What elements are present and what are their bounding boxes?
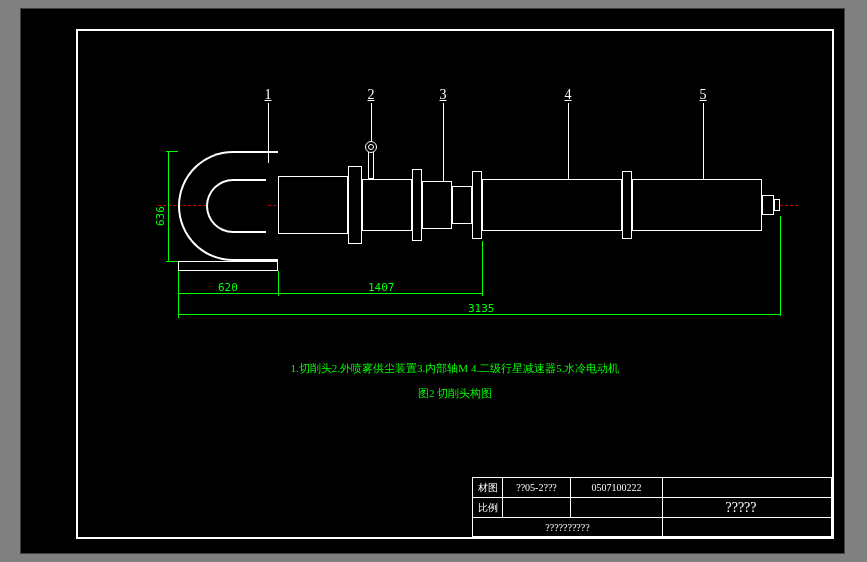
flange-1 [348, 166, 362, 244]
title-block: 材图 ??05-2??? 0507100222 比例 ?????????? ??… [472, 477, 832, 537]
dim-dia-text: 636 [154, 206, 167, 226]
dim-620-text: 620 [218, 281, 238, 294]
figure-title: 图2 切削头构图 [78, 386, 832, 401]
dim-dia-line [168, 151, 169, 261]
flange-4 [622, 171, 632, 239]
shaft-seg-b [362, 179, 412, 231]
leader-line-1 [268, 103, 269, 163]
dim-3135-text: 3135 [468, 302, 495, 315]
tb-drawing-number: 0507100222 [571, 478, 663, 497]
leader-num-2: 2 [361, 87, 381, 103]
shaft-seg-c [422, 181, 452, 229]
dim-1407-ext-r [482, 241, 483, 296]
flange-2 [412, 169, 422, 241]
cad-window: 1 2 3 4 5 636 620 1407 [20, 8, 845, 554]
sprayer-nozzle-inner [368, 144, 374, 150]
leader-num-5: 5 [693, 87, 713, 103]
drawing-border: 1 2 3 4 5 636 620 1407 [76, 29, 834, 539]
leader-num-4: 4 [558, 87, 578, 103]
motor-end-tip [774, 199, 780, 211]
shaft-seg-a [278, 176, 348, 234]
dim-dia-bot-tick [166, 261, 178, 262]
motor-end-small [762, 195, 774, 215]
canvas[interactable]: 1 2 3 4 5 636 620 1407 [78, 31, 832, 537]
tb-bottom-text: ?????????? [473, 518, 663, 537]
tb-label-material: 材图 [473, 478, 503, 497]
tb-val-scale [503, 498, 571, 517]
sprayer-stem [368, 151, 374, 179]
motor-body [632, 179, 762, 231]
leader-num-1: 1 [258, 87, 278, 103]
leader-num-3: 3 [433, 87, 453, 103]
tb-val-material: ??05-2??? [503, 478, 571, 497]
leader-line-3 [443, 103, 444, 181]
cutting-head-base [178, 261, 278, 271]
flange-3 [472, 171, 482, 239]
drawing-title: ????? [671, 488, 811, 528]
dim-3135-ext-r [780, 216, 781, 316]
parts-list-caption: 1.切削头2.外喷雾供尘装置3.内部轴M 4.二级行星减速器5.水冷电动机 [78, 361, 832, 376]
tb-empty-1 [571, 498, 663, 517]
tb-label-scale: 比例 [473, 498, 503, 517]
leader-line-4 [568, 103, 569, 179]
leader-line-2 [371, 103, 372, 141]
cutting-head-inner [206, 179, 266, 233]
reducer-body [482, 179, 622, 231]
dim-1407-text: 1407 [368, 281, 395, 294]
leader-line-5 [703, 103, 704, 179]
shaft-seg-d [452, 186, 472, 224]
